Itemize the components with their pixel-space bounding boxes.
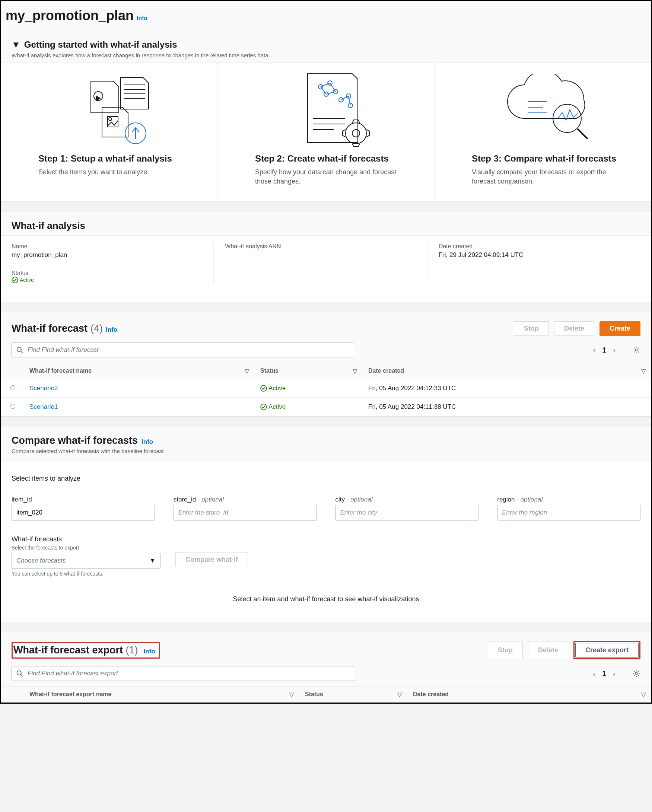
step-3-desc: Visually compare your forecasts or expor… (472, 168, 629, 186)
delete-button[interactable]: Delete (554, 321, 594, 336)
step-2: Step 2: Create what-if forecasts Specify… (218, 63, 435, 201)
svg-line-38 (21, 675, 23, 676)
export-page-current: 1 (602, 669, 606, 678)
step-1-title: Step 1: Setup a what-if analysis (38, 153, 195, 164)
sort-icon[interactable]: ▽ (641, 691, 646, 698)
page-title: my_promotion_plan (6, 8, 134, 23)
sort-icon[interactable]: ▽ (397, 691, 402, 698)
pager: ‹ 1 › (593, 346, 640, 354)
svg-line-15 (321, 87, 326, 94)
row-radio[interactable] (11, 404, 15, 409)
prev-page-icon[interactable]: ‹ (593, 346, 596, 354)
export-info-link[interactable]: Info (144, 648, 155, 655)
export-col-date[interactable]: Date created (413, 691, 449, 698)
name-value: my_promotion_plan (12, 251, 206, 259)
svg-point-25 (352, 130, 360, 137)
step-1-icon (38, 70, 195, 152)
getting-started-title: Getting started with what-if analysis (24, 40, 177, 50)
svg-point-24 (345, 123, 366, 144)
compare-info-link[interactable]: Info (142, 438, 153, 446)
search-icon (16, 346, 23, 353)
forecast-link[interactable]: Scenario1 (29, 403, 58, 410)
export-delete-button[interactable]: Delete (528, 641, 568, 659)
svg-point-6 (109, 118, 112, 121)
settings-icon[interactable] (632, 669, 640, 678)
create-button[interactable]: Create (600, 321, 640, 336)
search-input[interactable] (27, 346, 349, 354)
forecast-info-link[interactable]: Info (106, 326, 117, 334)
svg-line-33 (21, 351, 23, 353)
analysis-header: What-if analysis (1, 212, 651, 236)
row-status: Active (260, 385, 356, 392)
compare-title: Compare what-if forecasts (12, 435, 138, 446)
svg-point-39 (635, 673, 637, 675)
compare-panel: Compare what-if forecasts Info Compare s… (1, 427, 651, 622)
row-radio[interactable] (11, 385, 15, 390)
sort-icon[interactable]: ▽ (244, 368, 249, 374)
create-export-button[interactable]: Create export (575, 643, 638, 658)
select-items-label: Select items to analyze (12, 475, 640, 482)
step-3-title: Step 3: Compare what-if forecasts (472, 153, 629, 164)
export-title: What-if forecast export (14, 644, 123, 656)
step-2-icon (255, 70, 412, 152)
wif-sub: Select the forecasts to export (12, 545, 160, 551)
row-status: Active (260, 403, 356, 411)
step-2-title: Step 2: Create what-if forecasts (255, 153, 412, 164)
store-id-input[interactable] (174, 505, 317, 520)
row-date: Fri, 05 Aug 2022 04:12:33 UTC (362, 379, 651, 398)
export-panel: What-if forecast export (1) Info Stop De… (1, 632, 651, 702)
col-name[interactable]: What-if forecast name (29, 368, 92, 374)
date-label: Date created (439, 243, 633, 250)
svg-point-34 (635, 349, 637, 351)
col-date[interactable]: Date created (368, 368, 404, 374)
search-box[interactable] (12, 342, 354, 357)
export-col-status[interactable]: Status (305, 691, 323, 698)
wif-label: What-if forecasts (12, 536, 160, 543)
step-1: Step 1: Setup a what-if analysis Select … (1, 63, 218, 201)
city-label: city (336, 496, 345, 503)
export-pager: ‹ 1 › (593, 669, 640, 678)
forecast-table: What-if forecast name▽ Status▽ Date crea… (1, 363, 651, 416)
region-input[interactable] (497, 505, 640, 520)
table-row: Scenario1 Active Fri, 05 Aug 2022 04:11:… (1, 398, 651, 416)
name-label: Name (12, 243, 206, 250)
sort-icon[interactable]: ▽ (289, 691, 294, 698)
check-circle-icon (260, 404, 267, 410)
forecast-panel: What-if forecast (4) Info Stop Delete Cr… (1, 312, 651, 416)
prev-page-icon[interactable]: ‹ (593, 669, 596, 678)
chevron-down-icon[interactable]: ▼ (12, 40, 20, 50)
forecast-title: What-if forecast (12, 323, 87, 334)
svg-line-30 (577, 129, 588, 139)
svg-point-37 (17, 671, 21, 675)
export-table: What-if forecast export name▽ Status▽ Da… (1, 686, 651, 702)
svg-line-13 (330, 83, 336, 92)
step-3: Step 3: Compare what-if forecasts Visual… (435, 63, 651, 201)
compare-button[interactable]: Compare what-if (176, 553, 248, 567)
next-page-icon[interactable]: › (613, 346, 615, 354)
stop-button[interactable]: Stop (514, 321, 549, 336)
city-input[interactable] (336, 505, 479, 520)
sort-icon[interactable]: ▽ (641, 368, 646, 374)
export-search-box[interactable] (12, 666, 354, 681)
check-circle-icon (12, 276, 18, 283)
info-link[interactable]: Info (137, 15, 147, 21)
col-status[interactable]: Status (260, 368, 278, 374)
check-circle-icon (260, 385, 267, 392)
settings-icon[interactable] (632, 346, 640, 354)
next-page-icon[interactable]: › (613, 669, 615, 678)
status-value: Active (12, 276, 206, 283)
page-header: my_promotion_plan Info (1, 1, 651, 34)
sort-icon[interactable]: ▽ (353, 368, 357, 374)
forecasts-dropdown[interactable]: Choose forecasts ▼ (12, 553, 160, 568)
date-value: Fri, 29 Jul 2022 04:09:14 UTC (439, 251, 633, 259)
svg-point-32 (17, 347, 21, 351)
export-count: (1) (126, 644, 138, 656)
getting-started-desc: What-if analysis explores how a forecast… (12, 52, 640, 58)
getting-started-section: ▼ Getting started with what-if analysis … (1, 34, 651, 201)
export-search-input[interactable] (27, 669, 349, 678)
export-stop-button[interactable]: Stop (488, 641, 523, 659)
step-2-desc: Specify how your data can change and for… (255, 168, 412, 186)
forecast-link[interactable]: Scenario2 (29, 385, 58, 392)
export-col-name[interactable]: What-if forecast export name (29, 691, 111, 698)
item-id-input[interactable] (12, 505, 155, 520)
